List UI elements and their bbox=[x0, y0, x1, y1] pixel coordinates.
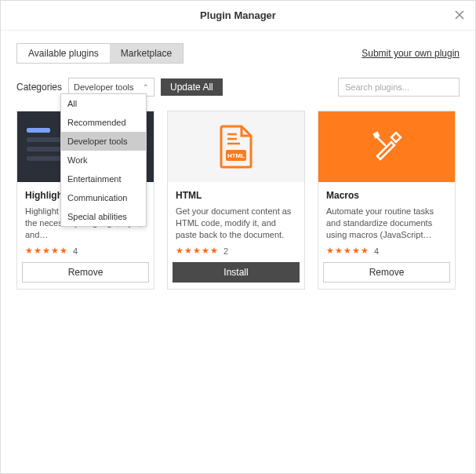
plugin-title: HTML bbox=[176, 190, 296, 201]
category-option-work[interactable]: Work bbox=[61, 151, 146, 170]
close-icon[interactable] bbox=[453, 9, 466, 21]
update-all-button[interactable]: Update All bbox=[161, 78, 223, 96]
tab-marketplace[interactable]: Marketplace bbox=[110, 44, 183, 63]
plugin-card-html: HTML HTML Get your document content as H… bbox=[167, 111, 305, 290]
submit-plugin-link[interactable]: Submit your own plugin bbox=[362, 48, 460, 59]
categories-dropdown-menu: All Recommended Developer tools Work Ent… bbox=[60, 93, 147, 227]
rating-count: 4 bbox=[73, 246, 78, 256]
window-title: Plugin Manager bbox=[200, 9, 276, 21]
categories-selected: Developer tools bbox=[74, 82, 133, 92]
stars-icon: ★★★★★ bbox=[326, 246, 369, 256]
category-option-communication[interactable]: Communication bbox=[61, 188, 146, 207]
plugin-description: Get your document content as HTML code, … bbox=[176, 206, 296, 241]
stars-icon: ★★★★★ bbox=[176, 246, 219, 256]
tab-available-plugins[interactable]: Available plugins bbox=[17, 44, 110, 63]
category-option-recommended[interactable]: Recommended bbox=[61, 113, 146, 132]
plugin-manager-window: Plugin Manager Available plugins Marketp… bbox=[0, 0, 476, 474]
remove-button[interactable]: Remove bbox=[323, 262, 450, 283]
category-option-entertainment[interactable]: Entertainment bbox=[61, 170, 146, 188]
categories-label: Categories bbox=[16, 82, 62, 93]
tabs: Available plugins Marketplace bbox=[16, 43, 183, 64]
plugin-rating: ★★★★★ 4 bbox=[318, 246, 455, 262]
stars-icon: ★★★★★ bbox=[25, 246, 68, 256]
plugin-thumbnail bbox=[318, 111, 455, 182]
category-option-all[interactable]: All bbox=[61, 94, 146, 113]
search-input[interactable] bbox=[338, 78, 460, 97]
titlebar: Plugin Manager bbox=[1, 1, 475, 31]
rating-count: 4 bbox=[374, 246, 379, 256]
plugin-description: Automate your routine tasks and standard… bbox=[326, 206, 447, 241]
category-option-special-abilities[interactable]: Special abilities bbox=[61, 207, 146, 226]
chevron-up-icon: ⌃ bbox=[143, 83, 149, 91]
content-area: Available plugins Marketplace Submit you… bbox=[1, 31, 475, 473]
plugin-rating: ★★★★★ 2 bbox=[168, 246, 304, 262]
plugin-title: Macros bbox=[326, 190, 447, 201]
plugin-rating: ★★★★★ 4 bbox=[17, 246, 154, 262]
svg-text:HTML: HTML bbox=[227, 152, 245, 159]
rating-count: 2 bbox=[223, 246, 228, 256]
plugin-thumbnail: HTML bbox=[168, 111, 304, 182]
tabs-row: Available plugins Marketplace Submit you… bbox=[16, 43, 460, 64]
install-button[interactable]: Install bbox=[173, 262, 300, 283]
category-option-developer-tools[interactable]: Developer tools bbox=[61, 132, 146, 151]
plugin-card-macros: Macros Automate your routine tasks and s… bbox=[318, 111, 456, 290]
remove-button[interactable]: Remove bbox=[22, 262, 149, 283]
